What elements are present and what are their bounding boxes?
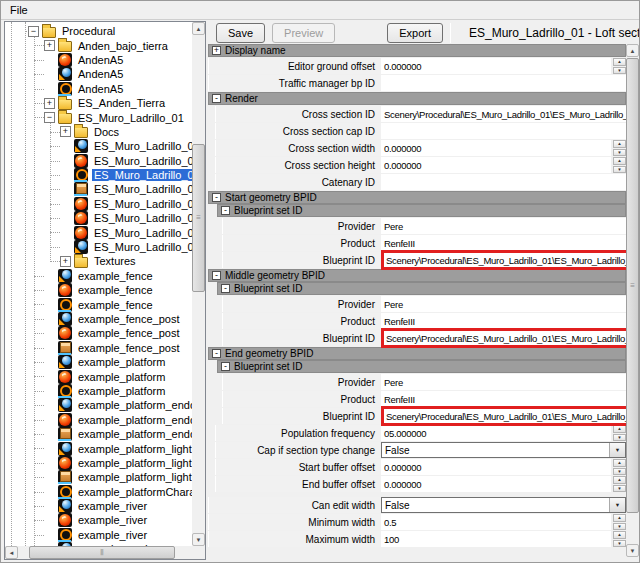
preview-button[interactable]: Preview	[272, 23, 335, 43]
property-value[interactable]: 0.000000	[381, 140, 611, 156]
section-toggle[interactable]: -	[221, 284, 230, 293]
tree-item[interactable]: +Textures	[5, 254, 192, 268]
scrollbar-thumb[interactable]: ≡	[626, 58, 639, 513]
spinner-up-button[interactable]: ▲	[613, 514, 626, 522]
property-value[interactable]: Scenery\Procedural\ES_Muro_Ladrillo_01\E…	[381, 106, 626, 122]
tree-item[interactable]: example_platformCharacter	[5, 485, 192, 499]
spinner-down-button[interactable]: ▼	[613, 434, 626, 442]
tree-item[interactable]: example_river	[5, 513, 192, 527]
spinner-down-button[interactable]: ▼	[613, 149, 626, 157]
scrollbar-thumb[interactable]: ⫴	[29, 546, 175, 559]
tree-item[interactable]: example_platform_light	[5, 441, 192, 455]
tree-item[interactable]: +ES_Anden_Tierra	[5, 96, 192, 110]
tree-item[interactable]: +Anden_bajo_tierra	[5, 38, 192, 52]
tree-item[interactable]: example_fence	[5, 283, 192, 297]
tree-item[interactable]: ES_Muro_Ladrillo_01	[5, 139, 192, 153]
property-value[interactable]	[381, 75, 626, 91]
tree-expand-toggle[interactable]: −	[44, 112, 55, 123]
spinner-up-button[interactable]: ▲	[613, 58, 626, 66]
spinner-up-button[interactable]: ▲	[613, 476, 626, 484]
tree-item[interactable]: AndenA5	[5, 67, 192, 81]
property-value[interactable]: RenfeIII	[381, 391, 626, 407]
tree-item[interactable]: AndenA5	[5, 82, 192, 96]
property-value[interactable]: Pere	[381, 374, 626, 390]
tree-item[interactable]: example_platform	[5, 369, 192, 383]
property-value[interactable]: Pere	[381, 296, 626, 312]
tree-item[interactable]: ES_Muro_Ladrillo_01_Co	[5, 182, 192, 196]
tree-item[interactable]: example_platform	[5, 355, 192, 369]
spinner-down-button[interactable]: ▼	[613, 540, 626, 548]
dropdown-arrow-button[interactable]: ▼	[609, 498, 625, 512]
spinner-down-button[interactable]: ▼	[613, 523, 626, 531]
property-value[interactable]	[381, 174, 626, 190]
property-value[interactable]: 0.000000	[381, 58, 611, 74]
tree-item[interactable]: example_platform	[5, 384, 192, 398]
property-value[interactable]: Scenery\Procedural\ES_Muro_Ladrillo_01\E…	[381, 250, 626, 270]
spinner-down-button[interactable]: ▼	[613, 485, 626, 493]
property-value[interactable]: 0.000000	[381, 459, 611, 475]
section-toggle[interactable]: -	[212, 349, 221, 358]
tree-expand-toggle[interactable]: +	[60, 256, 71, 267]
tree-item[interactable]: ES_Muro_Ladrillo_01a	[5, 197, 192, 211]
tree-item[interactable]: +Docs	[5, 125, 192, 139]
dropdown-arrow-button[interactable]: ▼	[609, 443, 625, 457]
spinner-down-button[interactable]: ▼	[613, 468, 626, 476]
tree-item[interactable]: example_fence	[5, 297, 192, 311]
tree-expand-toggle[interactable]: −	[28, 26, 39, 37]
section-toggle[interactable]: -	[212, 94, 221, 103]
menu-item-file[interactable]: File	[3, 2, 35, 18]
export-button[interactable]: Export	[387, 23, 443, 43]
tree-expand-toggle[interactable]: +	[60, 126, 71, 137]
property-value[interactable]: 05.000000	[381, 425, 611, 441]
tree-item[interactable]: ES_Muro_Ladrillo_01c	[5, 225, 192, 239]
tree-item[interactable]: example_river	[5, 499, 192, 513]
property-value[interactable]: Scenery\Procedural\ES_Muro_Ladrillo_01\E…	[381, 406, 626, 426]
tree-item[interactable]: example_platform_endcap	[5, 413, 192, 427]
tree-item[interactable]: example_fence_post	[5, 326, 192, 340]
spinner-down-button[interactable]: ▼	[613, 166, 626, 174]
section-toggle[interactable]: -	[221, 362, 230, 371]
property-value[interactable]: RenfeIII	[381, 235, 626, 251]
tree-item[interactable]: −Procedural	[5, 24, 192, 38]
tree-item[interactable]: AndenA5	[5, 53, 192, 67]
scroll-left-button[interactable]: ◄	[5, 546, 18, 559]
tree-expand-toggle[interactable]: +	[44, 40, 55, 51]
section-toggle[interactable]: +	[212, 46, 221, 55]
tree-item[interactable]: example_fence_post	[5, 341, 192, 355]
property-value[interactable]: Scenery\Procedural\ES_Muro_Ladrillo_01\E…	[381, 328, 626, 348]
section-toggle[interactable]: -	[212, 271, 221, 280]
save-button[interactable]: Save	[216, 23, 265, 43]
dropdown[interactable]: False▼	[381, 442, 626, 458]
spinner-up-button[interactable]: ▲	[613, 140, 626, 148]
property-value[interactable]: RenfeIII	[381, 313, 626, 329]
dropdown[interactable]: False▼	[381, 497, 626, 513]
property-value[interactable]: 0.000000	[381, 476, 611, 492]
spinner-up-button[interactable]: ▲	[613, 157, 626, 165]
property-value[interactable]	[381, 123, 626, 139]
tree-item[interactable]: example_platform_endcap	[5, 398, 192, 412]
tree-horizontal-scrollbar[interactable]: ◄ ⫴ ►	[5, 546, 205, 559]
tree-item[interactable]: example_fence_post	[5, 312, 192, 326]
spinner-up-button[interactable]: ▲	[613, 531, 626, 539]
property-value[interactable]: 0.000000	[381, 157, 611, 173]
tree-item[interactable]: example_fence	[5, 269, 192, 283]
property-value[interactable]: 0.5	[381, 514, 611, 530]
section-toggle[interactable]: -	[212, 193, 221, 202]
spinner-up-button[interactable]: ▲	[613, 425, 626, 433]
scroll-down-button[interactable]: ▼	[626, 544, 639, 557]
tree-item[interactable]: example_platform_endcap	[5, 427, 192, 441]
spinner-up-button[interactable]: ▲	[613, 459, 626, 467]
tree-item[interactable]: ES_Muro_Ladrillo_01	[5, 168, 192, 182]
tree-item[interactable]: example_platform_light	[5, 456, 192, 470]
property-value[interactable]: Pere	[381, 218, 626, 234]
tree-item[interactable]: −ES_Muro_Ladrillo_01	[5, 110, 192, 124]
tree-expand-toggle[interactable]: +	[44, 98, 55, 109]
scrollbar-thumb[interactable]: ≡	[192, 144, 205, 292]
scroll-down-button[interactable]: ▼	[192, 533, 205, 546]
tree-item[interactable]: example_platform_light	[5, 470, 192, 484]
spinner-down-button[interactable]: ▼	[613, 67, 626, 75]
property-value[interactable]: 100	[381, 531, 611, 547]
properties-vertical-scrollbar[interactable]: ▲ ≡ ▼	[626, 44, 639, 557]
scroll-up-button[interactable]: ▲	[192, 22, 205, 35]
tree-vertical-scrollbar[interactable]: ▲ ≡ ▼	[192, 22, 205, 546]
